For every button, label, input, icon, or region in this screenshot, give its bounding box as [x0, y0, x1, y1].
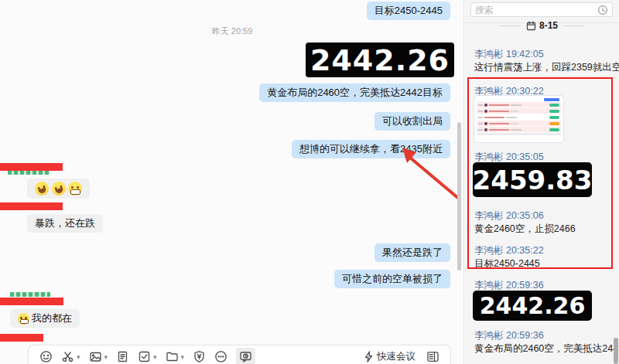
chevron-down-icon[interactable]: ▾ [153, 353, 157, 361]
entry-header: 李鸿彬 20:59:36 [474, 329, 544, 342]
rofl-emoji [50, 180, 67, 198]
smiley-icon [39, 350, 53, 363]
message-time: 20:35:05 [506, 151, 544, 162]
chat-scrollbar[interactable] [457, 122, 461, 270]
chevron-down-icon[interactable]: ▾ [104, 353, 108, 361]
more-tools-button[interactable] [214, 350, 227, 363]
divider [499, 26, 521, 26]
message-history-button[interactable] [236, 348, 255, 364]
sender-name: 李鸿彬 [474, 245, 504, 256]
message-time: 20:59:36 [506, 280, 544, 291]
censor-bar [0, 202, 63, 210]
chevron-down-icon[interactable]: ▾ [181, 353, 185, 361]
entry-message: 黄金布局的2460空，完美抵达2442目标 [474, 342, 619, 355]
todo-button[interactable]: ▾ [138, 350, 157, 363]
received-message-mine-in: 我的都在 [10, 309, 80, 328]
divider [563, 26, 585, 26]
entry-header: 李鸿彬 20:35:22 [474, 244, 544, 257]
received-message-crash: 暴跌，还在跌 [27, 214, 103, 233]
price-screenshot-image[interactable]: 2442.26 [306, 43, 454, 77]
chat-app-window: 目标2450-2445 昨天 20:59 2442.26 黄金布局的2460空，… [0, 0, 619, 364]
orders-screenshot-thumbnail[interactable] [474, 95, 564, 143]
thumbnail-row [477, 127, 561, 132]
toolbar-right-group: 快速会议 [364, 350, 439, 363]
clipboard-icon [116, 350, 129, 363]
ellipsis-circle-icon [214, 350, 227, 363]
folder-icon [166, 350, 179, 363]
date-label: 8-15 [526, 20, 558, 31]
sent-message-target: 目标2450-2445 [367, 2, 450, 20]
emoji-picker-button[interactable] [39, 350, 53, 363]
sent-message-hold: 想博的可以继续拿，看2435附近 [292, 140, 450, 158]
image-icon [89, 350, 102, 363]
red-packet-button[interactable] [193, 350, 206, 363]
panel-scrollbar[interactable] [614, 338, 618, 364]
sent-message-exit: 可以收割出局 [374, 112, 450, 131]
sent-message-fell: 果然还是跌了 [374, 243, 450, 262]
censor-bar [0, 298, 63, 305]
quick-meeting-button[interactable]: 快速会议 [364, 350, 416, 363]
price-screenshot-image[interactable]: 2442.26 [473, 291, 592, 321]
received-emoji-message [27, 179, 90, 199]
grin-emoji [18, 313, 29, 325]
us-flag-icon [484, 122, 487, 125]
screenshot-button[interactable]: ▾ [61, 350, 80, 363]
message-time: 20:35:06 [506, 210, 544, 221]
thumbnail-footer [477, 133, 561, 135]
sent-message-pity: 可惜之前的空单被损了 [334, 270, 450, 288]
sender-name: 李鸿彬 [474, 151, 504, 162]
conversation-pane: 目标2450-2445 昨天 20:59 2442.26 黄金布局的2460空，… [0, 0, 464, 364]
search-box[interactable] [470, 2, 613, 17]
entry-message: 黄金2460空，止损2466 [474, 223, 576, 236]
entry-message: 这行情震荡上涨，回踩2359就出空反多 [474, 61, 619, 74]
thumbnail-blue-button [544, 98, 559, 101]
us-flag-icon [484, 128, 487, 131]
us-flag-icon [484, 104, 487, 107]
thumbnail-row [477, 102, 561, 107]
grin-emoji [68, 182, 82, 196]
history-panel-icon[interactable] [426, 350, 439, 363]
lightning-icon [364, 351, 374, 362]
message-clock-icon [239, 350, 252, 363]
chevron-down-icon[interactable]: ▾ [77, 353, 80, 361]
message-input-card[interactable]: ▾ ▾ ▾ [28, 345, 451, 364]
yen-shield-icon [193, 350, 206, 363]
price-screenshot-image[interactable]: 2459.83 [473, 162, 592, 197]
scissors-icon [61, 350, 74, 363]
rofl-emoji [33, 180, 51, 198]
censored-name-remnant [10, 292, 50, 297]
thumbnail-row [477, 108, 561, 114]
history-search-panel: 8-15 李鸿彬 19:42:05 这行情震荡上涨，回踩2359就出空反多 李鸿… [465, 0, 619, 364]
thumbnail-row [477, 121, 561, 126]
check-square-icon [138, 350, 151, 363]
message-time: 20:35:22 [506, 245, 544, 256]
entry-header: 李鸿彬 20:35:06 [474, 209, 544, 223]
sender-name: 李鸿彬 [474, 210, 504, 221]
message-time: 19:42:05 [506, 49, 544, 60]
message-time: 20:59:36 [506, 330, 544, 341]
notes-button[interactable] [116, 350, 129, 363]
received-message-text: 我的都在 [32, 312, 72, 324]
calendar-icon [526, 21, 536, 31]
search-input[interactable] [475, 5, 597, 15]
sent-message-layout-result: 黄金布局的2460空，完美抵达2442目标 [259, 83, 450, 102]
date-divider-row: 8-15 [465, 20, 619, 31]
quick-meeting-label: 快速会议 [377, 350, 416, 363]
entry-header: 李鸿彬 19:42:05 [474, 48, 544, 61]
file-button[interactable]: ▾ [166, 350, 185, 363]
censor-bar [0, 163, 63, 171]
image-upload-button[interactable]: ▾ [89, 350, 108, 363]
sender-name: 李鸿彬 [474, 280, 504, 291]
date-divider-text: 8-15 [539, 20, 558, 31]
time-divider: 昨天 20:59 [0, 26, 464, 37]
thumbnail-header [477, 98, 561, 101]
entry-message: 目标2450-2445 [474, 257, 540, 270]
clock-icon[interactable] [597, 5, 608, 15]
thumbnail-row [477, 114, 561, 120]
us-flag-icon [484, 110, 487, 113]
sender-name: 李鸿彬 [474, 330, 504, 341]
censor-bar [0, 334, 43, 342]
sender-name: 李鸿彬 [474, 49, 504, 60]
